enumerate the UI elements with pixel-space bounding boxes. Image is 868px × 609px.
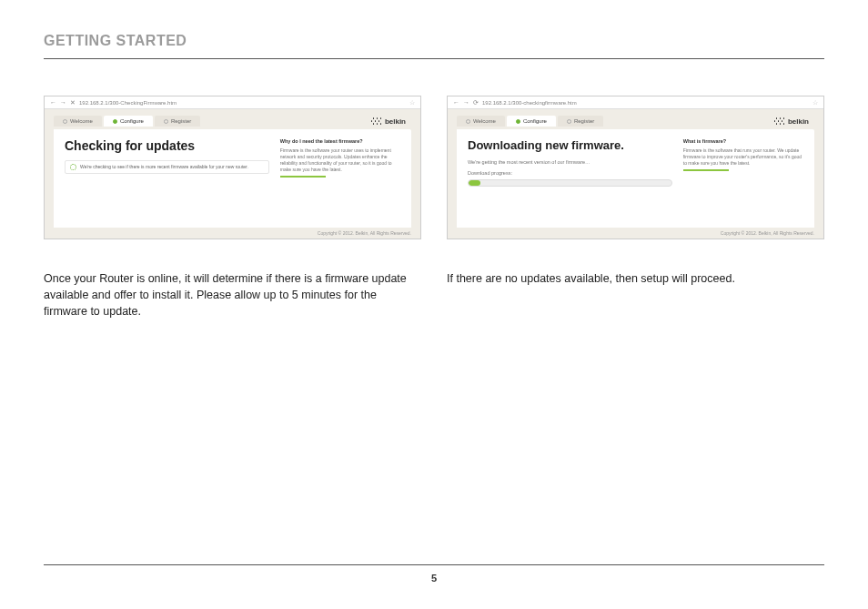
tab-label: Register — [574, 118, 594, 124]
tab-register[interactable]: Register — [155, 116, 200, 127]
right-column: ← → ⟳ 192.168.2.1/300-checkingfirmware.h… — [447, 96, 824, 320]
tab-configure[interactable]: Configure — [507, 116, 556, 127]
radio-icon — [63, 119, 67, 124]
progress-bar — [468, 179, 672, 187]
side-body: Firmware is the software your router use… — [280, 147, 400, 173]
radio-icon — [164, 119, 168, 124]
back-icon[interactable]: ← — [50, 99, 56, 106]
tab-label: Configure — [523, 118, 547, 124]
copyright: Copyright © 2012. Belkin, All Rights Res… — [45, 228, 420, 239]
page-footer: 5 — [44, 564, 824, 584]
tab-welcome[interactable]: Welcome — [457, 116, 505, 127]
page-number: 5 — [431, 573, 437, 584]
card-heading: Checking for updates — [65, 138, 269, 153]
address-bar[interactable]: 192.168.2.1/300-checkingfirmware.htm — [482, 100, 809, 106]
copyright: Copyright © 2012. Belkin, All Rights Res… — [448, 228, 823, 239]
top-rule — [44, 58, 824, 59]
brand-logo: belkin — [371, 117, 406, 126]
bookmark-icon[interactable]: ☆ — [812, 99, 818, 107]
side-body: Firmware is the software that runs your … — [683, 147, 803, 167]
tab-configure[interactable]: Configure — [104, 116, 153, 127]
forward-icon[interactable]: → — [463, 99, 469, 106]
content-card: Checking for updates We're checking to s… — [54, 129, 411, 228]
screenshot-left: ← → ✕ 192.168.2.1/300-CheckingFirmware.h… — [44, 96, 421, 239]
browser-body: Welcome Configure Register belkin — [45, 109, 420, 228]
card-subtext: We're getting the most recent version of… — [468, 159, 672, 165]
left-caption: Once your Router is online, it will dete… — [44, 270, 421, 320]
tab-welcome[interactable]: Welcome — [54, 116, 102, 127]
tab-register[interactable]: Register — [558, 116, 603, 127]
card-heading: Downloading new firmware. — [468, 138, 672, 152]
stop-icon[interactable]: ✕ — [70, 99, 76, 106]
tab-label: Welcome — [473, 118, 496, 124]
brand-dots-icon — [774, 117, 785, 125]
brand-text: belkin — [385, 117, 406, 126]
left-column: ← → ✕ 192.168.2.1/300-CheckingFirmware.h… — [44, 96, 421, 320]
content-columns: ← → ✕ 192.168.2.1/300-CheckingFirmware.h… — [44, 96, 824, 320]
content-card: Downloading new firmware. We're getting … — [457, 129, 814, 228]
brand-logo: belkin — [774, 117, 809, 126]
address-bar[interactable]: 192.168.2.1/300-CheckingFirmware.htm — [79, 100, 406, 106]
radio-icon — [516, 119, 520, 124]
back-icon[interactable]: ← — [453, 99, 459, 106]
browser-toolbar: ← → ✕ 192.168.2.1/300-CheckingFirmware.h… — [45, 96, 420, 109]
side-heading: What is firmware? — [683, 138, 803, 146]
accent-bar — [683, 169, 729, 171]
browser-toolbar: ← → ⟳ 192.168.2.1/300-checkingfirmware.h… — [448, 96, 823, 109]
wizard-tabs: Welcome Configure Register — [54, 116, 202, 127]
radio-icon — [567, 119, 571, 124]
radio-icon — [466, 119, 470, 124]
tab-label: Register — [171, 118, 191, 124]
brand-text: belkin — [788, 117, 809, 126]
forward-icon[interactable]: → — [60, 99, 66, 106]
reload-icon[interactable]: ⟳ — [473, 99, 479, 106]
progress-label: Download progress: — [468, 170, 672, 176]
brand-dots-icon — [371, 117, 382, 125]
checking-text: We're checking to see if there is more r… — [80, 164, 248, 169]
side-heading: Why do I need the latest firmware? — [280, 138, 400, 146]
right-caption: If there are no updates available, then … — [447, 270, 824, 287]
accent-bar — [280, 176, 326, 178]
bookmark-icon[interactable]: ☆ — [409, 99, 415, 107]
checking-status: We're checking to see if there is more r… — [65, 160, 269, 174]
screenshot-right: ← → ⟳ 192.168.2.1/300-checkingfirmware.h… — [447, 96, 824, 239]
browser-body: Welcome Configure Register belkin — [448, 109, 823, 228]
radio-icon — [113, 119, 117, 124]
wizard-tabs: Welcome Configure Register — [457, 116, 605, 127]
progress-fill — [469, 180, 480, 186]
section-title: GETTING STARTED — [44, 33, 824, 49]
tab-label: Configure — [120, 118, 144, 124]
tab-label: Welcome — [70, 118, 93, 124]
spinner-icon — [70, 164, 76, 170]
